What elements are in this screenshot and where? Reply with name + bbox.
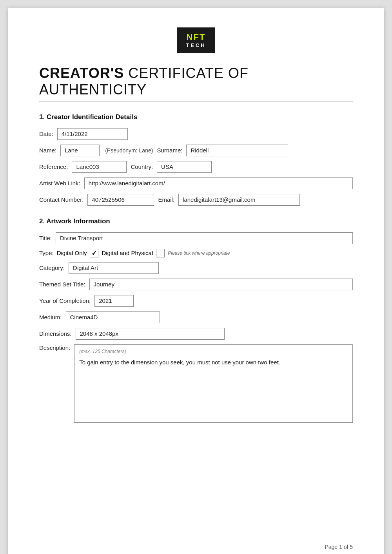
digital-only-text: Digital Only: [57, 250, 87, 256]
weblink-row: Artist Web Link: http://www.lanedigitala…: [39, 177, 353, 189]
description-label: Description:: [39, 344, 70, 351]
country-label: Country:: [131, 163, 153, 170]
logo-tech-text: TECH: [186, 42, 206, 49]
certificate-page: NFT TECH CREATOR'S CERTIFICATE OF AUTHEN…: [8, 8, 384, 554]
section1-title: 1. Creator Identification Details: [39, 113, 353, 121]
description-row: Description: (max. 125 Characters) To ga…: [39, 344, 353, 423]
description-box[interactable]: (max. 125 Characters) To gain entry to t…: [74, 344, 353, 423]
medium-label: Medium:: [39, 314, 62, 320]
year-label: Year of Completion:: [39, 297, 91, 304]
logo-container: NFT TECH: [39, 27, 353, 53]
contact-input[interactable]: 4072525506: [87, 194, 154, 206]
surname-input[interactable]: Riddell: [186, 145, 288, 156]
themed-input[interactable]: Journey: [89, 279, 353, 290]
reference-label: Reference:: [39, 163, 68, 170]
name-input[interactable]: Lane: [60, 145, 100, 156]
logo: NFT TECH: [177, 27, 214, 53]
digital-physical-text: Digital and Physical: [102, 250, 153, 256]
medium-input[interactable]: Cinema4D: [66, 311, 160, 323]
tick-note: Please tick where appropriate: [168, 250, 230, 256]
type-row: Type: Digital Only ✓ Digital and Physica…: [39, 249, 353, 257]
artwork-title-label: Title:: [39, 235, 52, 241]
category-label: Category:: [39, 264, 65, 271]
surname-label: Surname:: [157, 147, 182, 154]
contact-row: Contact Number: 4072525506 Email: lanedi…: [39, 194, 353, 206]
artwork-title-row: Title: Divine Transport: [39, 232, 353, 244]
date-row: Date: 4/11/2022: [39, 128, 353, 140]
weblink-input[interactable]: http://www.lanedigitalart.com/: [84, 177, 353, 189]
artwork-title-input[interactable]: Divine Transport: [56, 232, 353, 244]
dimensions-input[interactable]: 2048 x 2048px: [76, 328, 225, 340]
themed-label: Themed Set Title:: [39, 281, 85, 288]
section2-title: 2. Artwork Information: [39, 217, 353, 225]
year-input[interactable]: 2021: [94, 295, 134, 307]
date-label: Date:: [39, 130, 53, 137]
country-input[interactable]: USA: [157, 161, 212, 173]
description-text: To gain entry to the dimension you seek,…: [79, 358, 348, 367]
checkmark-digital-only: ✓: [91, 250, 97, 257]
category-input[interactable]: Digital Art: [69, 262, 159, 274]
medium-row: Medium: Cinema4D: [39, 311, 353, 323]
page-number: Page 1 of 5: [325, 544, 353, 550]
dimensions-label: Dimensions:: [39, 330, 72, 337]
title-bold: CREATOR'S: [39, 65, 124, 81]
reference-row: Reference: Lane003 Country: USA: [39, 161, 353, 173]
description-max-chars: (max. 125 Characters): [79, 349, 348, 354]
logo-nft-text: NFT: [186, 32, 206, 42]
digital-only-checkbox[interactable]: ✓: [90, 249, 98, 257]
email-input[interactable]: lanedigitalart13@gmail.com: [178, 194, 300, 206]
section-creator-details: 1. Creator Identification Details Date: …: [39, 113, 353, 206]
contact-label: Contact Number:: [39, 196, 83, 203]
dimensions-row: Dimensions: 2048 x 2048px: [39, 328, 353, 340]
name-label: Name:: [39, 147, 56, 154]
name-row: Name: Lane (Pseudonym: Lane) Surname: Ri…: [39, 145, 353, 156]
digital-physical-checkbox[interactable]: [156, 249, 165, 257]
reference-input[interactable]: Lane003: [72, 161, 127, 173]
weblink-label: Artist Web Link:: [39, 180, 80, 186]
date-input[interactable]: 4/11/2022: [57, 128, 128, 140]
themed-row: Themed Set Title: Journey: [39, 279, 353, 290]
type-label: Type:: [39, 250, 54, 256]
page-title: CREATOR'S CERTIFICATE OF AUTHENTICITY: [39, 65, 353, 98]
pseudonym-text: (Pseudonym: Lane): [105, 147, 153, 154]
category-row: Category: Digital Art: [39, 262, 353, 274]
year-row: Year of Completion: 2021: [39, 295, 353, 307]
title-divider: [39, 101, 353, 101]
section-artwork-info: 2. Artwork Information Title: Divine Tra…: [39, 217, 353, 423]
email-label: Email:: [158, 196, 174, 203]
